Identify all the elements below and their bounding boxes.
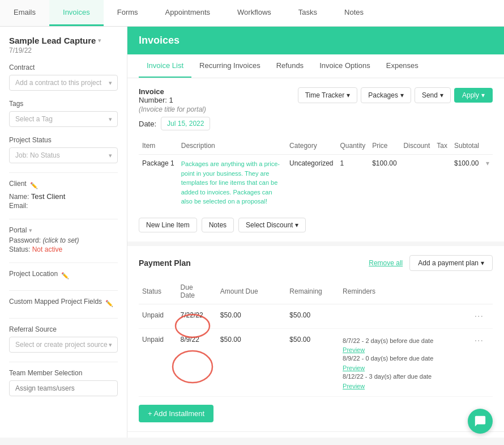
status-row: Status: Not active	[9, 245, 118, 253]
tags-label: Tags	[9, 100, 118, 108]
send-button[interactable]: Send ▾	[415, 87, 451, 103]
client-section: Client ✏️ Name: Test Client Email:	[9, 180, 118, 210]
edit-location-icon[interactable]: ✏️	[61, 272, 69, 279]
tab-notes[interactable]: Notes	[331, 0, 377, 26]
password-row: Password: (click to set)	[9, 236, 118, 244]
project-status-label: Project Status	[9, 136, 118, 144]
sidebar: Sample Lead Capture ▾ 7/19/22 Contract A…	[0, 27, 127, 438]
pay-col-empty	[277, 279, 286, 304]
top-navigation: Emails Invoices Forms Appointments Workf…	[0, 0, 504, 27]
invoice-body: Invoice Number: 1 (Invoice title for por…	[127, 78, 504, 241]
pay-remaining-2: $50.00	[286, 328, 339, 396]
reminder-preview-2[interactable]: Preview	[343, 365, 468, 371]
payment-row-2: Unpaid 8/9/22 $50.00 $50.00 8/7/22 - 2 d…	[139, 328, 493, 396]
reminder-text-3: 8/12/22 - 3 day(s) after due date	[343, 371, 468, 383]
tab-forms[interactable]: Forms	[104, 0, 152, 26]
col-subtotal: Subtotal	[451, 137, 482, 155]
item-category: Uncategorized	[286, 155, 336, 211]
password-value[interactable]: (click to set)	[42, 236, 79, 244]
table-row: Package 1 Packages are anything with a p…	[139, 155, 493, 211]
content-title: Invoices	[139, 35, 493, 46]
project-name: Sample Lead Capture	[9, 36, 96, 45]
team-label: Team Member Selection	[9, 369, 118, 377]
tab-emails[interactable]: Emails	[0, 0, 49, 26]
referral-label: Referral Source	[9, 325, 118, 333]
item-discount	[400, 155, 434, 211]
invoice-header-row: Invoice Number: 1 (Invoice title for por…	[139, 87, 493, 130]
project-location-section: Project Location ✏️	[9, 270, 118, 281]
job-status-select-wrap: Job: No Status	[9, 147, 118, 163]
notes-button[interactable]: Notes	[202, 218, 234, 232]
edit-client-icon[interactable]: ✏️	[30, 182, 38, 189]
pay-col-status: Status	[139, 279, 177, 304]
item-quantity: 1	[336, 155, 369, 211]
reminder-preview-3[interactable]: Preview	[343, 383, 468, 389]
reminder-text-2: 8/9/22 - 0 day(s) before due date	[343, 353, 468, 365]
remove-all-button[interactable]: Remove all	[369, 259, 403, 267]
contract-select[interactable]: Add a contract to this project	[9, 75, 118, 91]
pay-col-reminders: Reminders	[339, 279, 471, 304]
payment-table: Status DueDate Amount Due Remaining Remi…	[139, 279, 493, 397]
chevron-down-icon: ▾	[347, 91, 350, 99]
project-date: 7/19/22	[9, 46, 118, 54]
tab-invoices[interactable]: Invoices	[49, 0, 104, 26]
payment-header-right: Remove all Add a payment plan ▾	[369, 255, 493, 271]
payment-table-container: Status DueDate Amount Due Remaining Remi…	[139, 279, 493, 397]
portal-label[interactable]: Portal ▾	[9, 226, 118, 234]
pay-col-actions	[471, 279, 493, 304]
chevron-down-icon: ▾	[440, 91, 443, 99]
team-input[interactable]	[9, 380, 118, 396]
tab-workflows[interactable]: Workflows	[224, 0, 285, 26]
pay-due-date-2: 8/9/22	[177, 328, 217, 396]
col-tax: Tax	[433, 137, 451, 155]
pay-reminders-1	[339, 304, 471, 328]
item-expand[interactable]: ▾	[482, 155, 493, 211]
invoice-table: Item Description Category Quantity Price…	[139, 137, 493, 211]
pay-amount-2: $50.00	[217, 328, 277, 396]
sub-tab-options[interactable]: Invoice Options	[311, 54, 378, 78]
totals-section: Subtotal: $100.00 Tax: $0.00 Total: $100…	[127, 431, 504, 438]
pay-status-1: Unpaid	[139, 304, 177, 328]
edit-custom-fields-icon[interactable]: ✏️	[105, 300, 113, 307]
tags-select[interactable]: Select a Tag	[9, 111, 118, 127]
add-payment-plan-button[interactable]: Add a payment plan ▾	[409, 255, 493, 271]
tab-tasks[interactable]: Tasks	[285, 0, 331, 26]
sub-tab-recurring[interactable]: Recurring Invoices	[191, 54, 268, 78]
sub-tab-expenses[interactable]: Expenses	[378, 54, 426, 78]
tab-appointments[interactable]: Appointments	[152, 0, 224, 26]
new-line-item-button[interactable]: New Line Item	[139, 218, 197, 232]
pay-dots-2[interactable]: ···	[471, 328, 493, 396]
invoice-actions: New Line Item Notes Select Discount ▾	[139, 218, 493, 232]
content-header: Invoices	[127, 27, 504, 54]
time-tracker-button[interactable]: Time Tracker ▾	[298, 87, 358, 103]
pay-reminders-2: 8/7/22 - 2 day(s) before due date Previe…	[339, 328, 471, 396]
pay-empty-1	[277, 304, 286, 328]
referral-select-wrap: Select or create project source	[9, 337, 118, 353]
reminder-preview-1[interactable]: Preview	[343, 346, 468, 353]
add-installment-button[interactable]: + Add Installment	[139, 405, 213, 422]
team-section: Team Member Selection	[9, 369, 118, 396]
pay-col-remaining: Remaining	[286, 279, 339, 304]
invoice-number: Number: 1	[139, 96, 210, 104]
chat-button[interactable]	[468, 409, 493, 434]
chevron-down-icon[interactable]: ▾	[98, 37, 101, 44]
referral-section: Referral Source Select or create project…	[9, 325, 118, 353]
sub-tab-invoice-list[interactable]: Invoice List	[139, 54, 191, 78]
contract-section: Contract Add a contract to this project	[9, 63, 118, 91]
custom-fields-label: Custom Mapped Project Fields	[9, 298, 102, 306]
pay-col-amount: Amount Due	[217, 279, 277, 304]
portal-status: Not active	[32, 245, 62, 253]
invoice-toolbar: Time Tracker ▾ Packages ▾ Send ▾ Apply ▾	[298, 87, 493, 103]
client-label: Client	[9, 180, 27, 188]
select-discount-button[interactable]: Select Discount ▾	[238, 218, 306, 232]
main-layout: Sample Lead Capture ▾ 7/19/22 Contract A…	[0, 27, 504, 438]
contract-select-wrap: Add a contract to this project	[9, 75, 118, 91]
apply-button[interactable]: Apply ▾	[454, 88, 493, 103]
project-location-label: Project Location	[9, 270, 58, 278]
pay-empty-2	[277, 328, 286, 396]
packages-button[interactable]: Packages ▾	[361, 87, 411, 103]
sub-tab-refunds[interactable]: Refunds	[268, 54, 311, 78]
pay-dots-1[interactable]: ···	[471, 304, 493, 328]
referral-select[interactable]: Select or create project source	[9, 337, 118, 353]
job-status-select[interactable]: Job: No Status	[9, 147, 118, 163]
